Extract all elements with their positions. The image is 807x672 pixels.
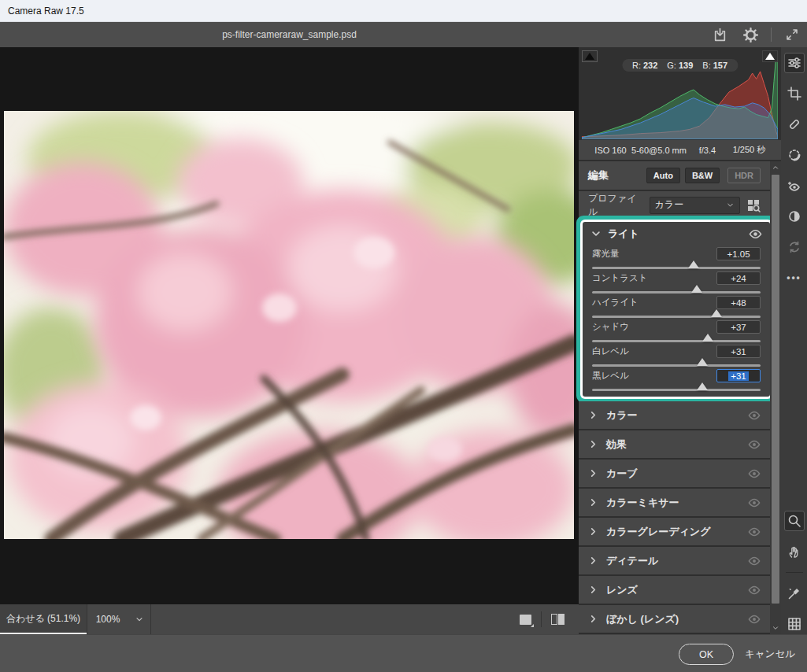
panel-curve[interactable]: カーブ: [579, 460, 770, 487]
shadows-slider[interactable]: [592, 340, 761, 342]
panel-lens-blur[interactable]: ぼかし (レンズ): [579, 605, 770, 633]
light-panel-header[interactable]: ライト: [583, 222, 770, 246]
presets-icon[interactable]: [784, 206, 805, 227]
chevron-right-icon: [588, 585, 598, 595]
highlight-clipping-indicator[interactable]: [762, 50, 778, 62]
eye-icon[interactable]: [749, 227, 762, 241]
chevron-right-icon: [588, 468, 598, 478]
hdr-button[interactable]: HDR: [727, 168, 761, 183]
eye-icon[interactable]: [748, 467, 761, 480]
slider-thumb[interactable]: [711, 309, 722, 317]
chevron-right-icon: [588, 556, 598, 566]
chevron-right-icon: [588, 526, 598, 537]
eye-icon[interactable]: [748, 584, 761, 596]
settings-gear-icon[interactable]: [740, 24, 761, 45]
auto-button[interactable]: Auto: [646, 168, 680, 183]
zoom-level-dropdown-icon[interactable]: [128, 604, 150, 634]
shadow-clipping-indicator[interactable]: [582, 50, 598, 62]
highlights-slider[interactable]: [592, 316, 761, 318]
blacks-slider[interactable]: [592, 389, 761, 391]
window-title: Camera Raw 17.5: [8, 6, 84, 17]
chevron-right-icon: [588, 410, 598, 420]
photo-cherry-blossoms: [4, 111, 574, 539]
crop-tool-icon[interactable]: [784, 83, 805, 104]
eye-icon[interactable]: [748, 438, 761, 451]
white-balance-eyedropper-icon[interactable]: [784, 583, 805, 604]
zoombar-separator: [150, 604, 151, 634]
slider-exposure: 露光量 +1.05: [592, 247, 761, 271]
slider-thumb[interactable]: [691, 285, 702, 293]
chevron-right-icon: [588, 614, 598, 624]
scroll-down-icon[interactable]: [770, 622, 781, 633]
chevron-down-icon: [726, 201, 735, 209]
tool-strip: •••: [781, 47, 807, 634]
ok-button[interactable]: OK: [679, 644, 734, 665]
tool-strip-separator: [786, 572, 803, 573]
panel-scrollbar[interactable]: [770, 161, 781, 634]
chevron-right-icon: [588, 497, 598, 508]
image-preview-area[interactable]: [0, 47, 579, 604]
hand-tool-icon[interactable]: [784, 541, 805, 562]
exif-aperture: f/3.4: [687, 146, 728, 155]
eye-icon[interactable]: [748, 555, 761, 567]
panel-lens[interactable]: レンズ: [579, 576, 770, 604]
profile-select[interactable]: カラー: [650, 197, 740, 214]
eye-icon[interactable]: [748, 613, 761, 626]
highlights-value-field[interactable]: +48: [716, 296, 761, 309]
slider-contrast: コントラスト +24: [592, 271, 761, 296]
scroll-up-icon[interactable]: [772, 161, 779, 173]
eye-icon[interactable]: [748, 497, 761, 509]
exif-info-bar: ISO 160 5-60@5.0 mm f/3.4 1/250 秒: [579, 140, 781, 160]
edit-tool-icon[interactable]: [784, 53, 805, 73]
slider-thumb[interactable]: [702, 334, 713, 342]
slider-thumb[interactable]: [688, 260, 699, 268]
whites-slider[interactable]: [592, 364, 761, 367]
zoom-toolbar: 合わせる (51.1%) 100%: [0, 604, 579, 634]
exif-lens: 5-60@5.0 mm: [631, 146, 687, 155]
zoom-tool-icon[interactable]: [784, 511, 805, 531]
fit-to-view-tab[interactable]: 合わせる (51.1%): [0, 604, 87, 634]
slider-thumb[interactable]: [697, 358, 708, 366]
contrast-slider[interactable]: [592, 291, 761, 294]
blacks-value-field[interactable]: +31: [716, 369, 761, 382]
chevron-right-icon: [588, 439, 598, 449]
before-after-view-icon[interactable]: [551, 614, 565, 625]
zoom-level-value[interactable]: 100%: [87, 604, 128, 634]
contrast-value-field[interactable]: +24: [716, 271, 761, 285]
preview-mode-icon[interactable]: [520, 615, 531, 625]
panel-color-grading[interactable]: カラーグレーディング: [579, 518, 770, 545]
cancel-button[interactable]: キャンセル: [745, 644, 795, 665]
exposure-value-field[interactable]: +1.05: [716, 247, 761, 260]
exposure-slider[interactable]: [592, 267, 761, 269]
panel-detail[interactable]: ディテール: [579, 547, 770, 574]
slider-thumb[interactable]: [697, 382, 708, 390]
bw-button[interactable]: B&W: [685, 168, 720, 183]
zoombar-separator: [541, 611, 542, 627]
whites-value-field[interactable]: +31: [716, 345, 761, 358]
red-eye-tool-icon[interactable]: [784, 175, 805, 196]
grid-overlay-icon[interactable]: [784, 614, 805, 634]
panel-color-mixer[interactable]: カラーミキサー: [579, 489, 770, 516]
more-options-icon[interactable]: •••: [784, 268, 805, 288]
exif-iso: ISO 160: [590, 146, 631, 155]
snapshots-sync-icon[interactable]: [784, 237, 805, 257]
slider-whites: 白レベル +31: [592, 345, 761, 369]
fit-to-view-label: 合わせる (51.1%): [6, 612, 80, 626]
chevron-down-icon: [590, 228, 602, 239]
histogram[interactable]: R:232 G:139 B:157: [579, 47, 781, 140]
header-separator: [771, 28, 772, 42]
slider-highlights: ハイライト +48: [592, 296, 761, 320]
scrollbar-thumb[interactable]: [772, 175, 779, 604]
masking-tool-icon[interactable]: [784, 145, 805, 165]
export-icon[interactable]: [709, 24, 730, 45]
panel-effects[interactable]: 効果: [579, 430, 770, 458]
profile-browser-icon[interactable]: [746, 198, 761, 212]
light-panel-title: ライト: [608, 227, 639, 241]
panel-color[interactable]: カラー: [579, 401, 770, 429]
fullscreen-toggle-icon[interactable]: [782, 24, 802, 45]
eye-icon[interactable]: [748, 409, 761, 422]
shadows-value-field[interactable]: +37: [716, 320, 761, 334]
healing-tool-icon[interactable]: [784, 114, 805, 135]
edit-header-row: 編集 Auto B&W HDR: [579, 161, 770, 190]
eye-icon[interactable]: [748, 526, 761, 538]
